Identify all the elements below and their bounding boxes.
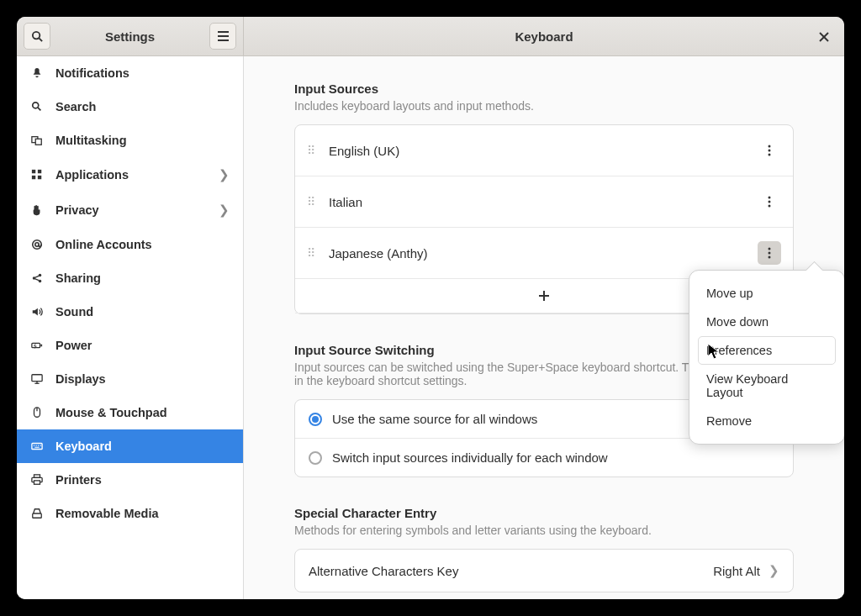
- svg-rect-10: [35, 139, 41, 145]
- hamburger-button[interactable]: [209, 23, 236, 50]
- svg-point-31: [35, 445, 36, 445]
- svg-rect-24: [32, 375, 42, 382]
- sidebar-item-printers[interactable]: Printers: [17, 463, 243, 497]
- sidebar-item-privacy[interactable]: Privacy ❯: [17, 192, 243, 228]
- printer-icon: [30, 474, 44, 486]
- input-source-menu-button[interactable]: [758, 190, 781, 213]
- sidebar-item-removable-media[interactable]: Removable Media: [17, 497, 243, 530]
- sidebar-item-label: Online Accounts: [55, 238, 230, 251]
- sidebar-item-label: Power: [55, 339, 230, 352]
- sidebar-item-sound[interactable]: Sound: [17, 295, 243, 329]
- sidebar-item-notifications[interactable]: Notifications: [17, 56, 243, 90]
- sidebar-item-keyboard[interactable]: Keyboard: [17, 429, 243, 463]
- chevron-right-icon: ❯: [219, 167, 230, 182]
- svg-point-42: [769, 197, 771, 199]
- search-button[interactable]: [24, 23, 50, 50]
- share-icon: [30, 272, 44, 284]
- radio-icon: [309, 451, 322, 465]
- svg-point-46: [769, 252, 771, 255]
- svg-point-40: [769, 150, 771, 152]
- svg-line-1: [39, 38, 42, 41]
- sidebar-item-search[interactable]: Search: [17, 90, 243, 124]
- input-source-popover: Move up Move down Preferences View Keybo…: [689, 270, 844, 445]
- input-source-label: Japanese (Anthy): [329, 246, 758, 261]
- drag-handle-icon[interactable]: ⠿: [307, 195, 319, 208]
- sidebar-item-label: Displays: [55, 372, 230, 386]
- content-area: Input Sources Includes keyboard layouts …: [244, 56, 844, 599]
- sidebar-item-label: Keyboard: [55, 440, 230, 453]
- sidebar-item-displays[interactable]: Displays: [17, 362, 243, 396]
- input-sources-title: Input Sources: [294, 82, 794, 96]
- sidebar-item-multitasking[interactable]: Multitasking: [17, 124, 243, 157]
- input-source-menu-button[interactable]: [758, 241, 781, 265]
- svg-point-7: [33, 103, 39, 108]
- sidebar-item-label: Search: [55, 100, 230, 113]
- input-source-row[interactable]: ⠿ English (UK): [295, 125, 793, 176]
- svg-rect-23: [40, 345, 42, 347]
- svg-rect-12: [38, 170, 41, 173]
- kebab-icon: [768, 247, 771, 259]
- speaker-icon: [30, 306, 44, 318]
- input-source-label: English (UK): [329, 144, 758, 158]
- drag-handle-icon[interactable]: ⠿: [307, 246, 319, 260]
- sidebar-title: Settings: [50, 29, 209, 44]
- sidebar-item-mouse[interactable]: Mouse & Touchpad: [17, 396, 243, 429]
- switching-option-label: Use the same source for all windows: [332, 412, 537, 426]
- switching-option-label: Switch input sources individually for ea…: [332, 450, 608, 465]
- sidebar-item-online-accounts[interactable]: Online Accounts: [17, 228, 243, 261]
- special-title: Special Character Entry: [294, 506, 794, 520]
- monitor-icon: [30, 373, 44, 385]
- at-icon: [30, 239, 44, 250]
- alt-chars-row[interactable]: Alternative Characters Key Right Alt ❯: [295, 550, 793, 592]
- search-icon: [31, 30, 44, 43]
- popover-view-layout[interactable]: View Keyboard Layout: [698, 365, 836, 407]
- sidebar-item-label: Mouse & Touchpad: [55, 406, 230, 419]
- input-source-row[interactable]: ⠿ Italian: [295, 176, 793, 228]
- drive-icon: [30, 508, 44, 519]
- svg-point-30: [34, 445, 34, 445]
- svg-point-32: [38, 445, 39, 445]
- sidebar-item-label: Privacy: [55, 203, 207, 217]
- alt-chars-label: Alternative Characters Key: [309, 564, 713, 578]
- sidebar-item-label: Printers: [55, 473, 230, 487]
- kebab-icon: [768, 145, 771, 156]
- sidebar-item-label: Applications: [55, 168, 207, 182]
- sidebar-item-label: Multitasking: [55, 134, 230, 147]
- radio-icon: [309, 413, 322, 426]
- sidebar-item-label: Notifications: [55, 66, 230, 80]
- titlebar: Settings Keyboard: [17, 17, 844, 56]
- popover-preferences[interactable]: Preferences: [698, 336, 836, 365]
- hamburger-icon: [217, 31, 230, 41]
- battery-icon: [30, 340, 44, 351]
- chevron-right-icon: ❯: [219, 203, 230, 218]
- popover-move-up[interactable]: Move up: [698, 279, 836, 308]
- drag-handle-icon[interactable]: ⠿: [307, 144, 319, 157]
- svg-point-44: [769, 205, 771, 208]
- sidebar: Notifications Search Multitasking Applic…: [17, 56, 244, 599]
- sidebar-item-power[interactable]: Power: [17, 329, 243, 362]
- sidebar-item-applications[interactable]: Applications ❯: [17, 157, 243, 192]
- sidebar-item-sharing[interactable]: Sharing: [17, 261, 243, 295]
- popover-remove[interactable]: Remove: [698, 407, 836, 435]
- chevron-right-icon: ❯: [769, 563, 779, 578]
- alt-chars-value: Right Alt: [713, 564, 760, 578]
- sidebar-item-label: Sharing: [55, 271, 230, 285]
- svg-rect-14: [38, 176, 41, 179]
- multitask-icon: [30, 134, 44, 146]
- close-button[interactable]: [816, 29, 832, 45]
- svg-point-33: [40, 445, 41, 445]
- svg-point-39: [769, 145, 771, 148]
- sidebar-item-label: Removable Media: [55, 507, 230, 520]
- input-source-label: Italian: [329, 195, 758, 209]
- svg-rect-37: [34, 481, 40, 484]
- input-sources-subtitle: Includes keyboard layouts and input meth…: [294, 99, 794, 113]
- svg-point-43: [769, 201, 771, 203]
- popover-move-down[interactable]: Move down: [698, 308, 836, 336]
- svg-rect-13: [32, 176, 35, 179]
- search-icon: [30, 101, 44, 113]
- svg-line-21: [35, 279, 39, 281]
- svg-rect-29: [32, 444, 42, 450]
- kebab-icon: [768, 196, 771, 208]
- apps-icon: [30, 169, 44, 181]
- input-source-menu-button[interactable]: [758, 139, 781, 162]
